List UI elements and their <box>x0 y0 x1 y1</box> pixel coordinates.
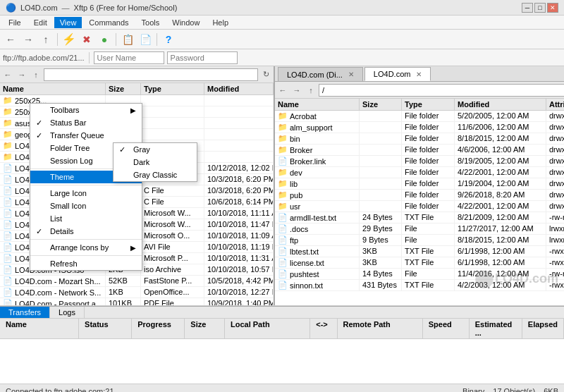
transfers-tab[interactable]: Transfers <box>0 307 50 318</box>
right-col-name[interactable]: Name <box>275 99 360 110</box>
menu-arrange-icons[interactable]: Arrange Icons by ▶ <box>30 241 142 254</box>
left-file-type-cell <box>141 129 204 140</box>
right-file-row[interactable]: 📄 Broker.link File folder 8/19/2005, 12:… <box>275 156 564 167</box>
right-file-header: Name Size Type Modified Attribute <box>275 99 564 111</box>
right-file-size-cell: 431 Bytes <box>360 280 402 290</box>
right-col-type[interactable]: Type <box>402 99 455 110</box>
toolbar-queue-btn[interactable]: 📋 <box>120 32 135 47</box>
file-icon: 📄 <box>278 224 288 233</box>
tab-lo4d-com[interactable]: LO4D.com ✕ <box>364 67 431 81</box>
right-file-name-cell: 📁 dev <box>275 167 360 178</box>
left-file-type-cell: Microsoft P... <box>141 253 204 264</box>
theme-gray[interactable]: ✓ Gray <box>114 143 197 156</box>
right-back-btn[interactable]: ← <box>276 84 289 97</box>
left-col-type[interactable]: Type <box>141 83 204 94</box>
right-file-row[interactable]: 📁 lib File folder 1/19/2004, 12:00 AM dr… <box>275 178 564 190</box>
tab-lo4d-di-close[interactable]: ✕ <box>348 71 354 78</box>
right-file-row[interactable]: 📁 Acrobat File folder 5/20/2005, 12:00 A… <box>275 111 564 122</box>
right-file-name-cell: 📁 Acrobat <box>275 111 360 121</box>
theme-dark[interactable]: Dark <box>114 156 197 169</box>
right-col-modified[interactable]: Modified <box>455 99 546 110</box>
left-col-size[interactable]: Size <box>106 83 141 94</box>
host-label: ftp://ftp.adobe.com/21... <box>3 54 85 62</box>
right-path-input[interactable] <box>319 84 564 97</box>
menu-transfer-queue[interactable]: ✓ Transfer Queue <box>30 129 142 142</box>
toolbar-sep1 <box>57 33 58 46</box>
menu-toolbars[interactable]: ▶ Toolbars <box>30 104 142 116</box>
menu-details[interactable]: ✓ Details <box>30 225 142 238</box>
menu-tools[interactable]: Tools <box>136 17 166 28</box>
toolbar-green-btn[interactable]: ● <box>97 32 112 47</box>
right-file-row[interactable]: 📁 Broker File folder 4/6/2006, 12:00 AM … <box>275 145 564 156</box>
left-file-type-cell: PDF File <box>141 298 204 305</box>
menu-window[interactable]: Window <box>166 17 205 28</box>
left-col-name[interactable]: Name <box>0 83 106 94</box>
left-forward-btn[interactable]: → <box>16 68 28 81</box>
window-controls[interactable]: ─ □ ✕ <box>522 3 558 13</box>
tab-lo4d-com-close[interactable]: ✕ <box>416 71 422 78</box>
minimize-button[interactable]: ─ <box>522 3 533 13</box>
left-file-type-cell: AVI File <box>141 242 204 252</box>
right-file-row[interactable]: 📁 bin File folder 8/18/2015, 12:00 AM dr… <box>275 133 564 145</box>
right-file-row[interactable]: 📁 dev File folder 4/22/2001, 12:00 AM dr… <box>275 167 564 178</box>
right-file-name-cell: 📄 pushtest <box>275 269 360 279</box>
toolbar-log-btn[interactable]: 📄 <box>137 32 153 47</box>
menu-commands[interactable]: Commands <box>83 17 134 28</box>
left-file-row[interactable]: 📄 LO4D.com - Network S... 1KB OpenOffice… <box>0 287 274 298</box>
folder-icon: 📁 <box>3 118 13 128</box>
folder-icon: 📁 <box>3 130 13 139</box>
right-col-size[interactable]: Size <box>360 99 402 110</box>
left-path-input[interactable] <box>44 68 258 81</box>
right-forward-btn[interactable]: → <box>290 84 303 97</box>
toolbar-forward-btn[interactable]: → <box>20 32 36 47</box>
maximize-button[interactable]: □ <box>534 3 546 13</box>
file-icon: 📄 <box>3 288 13 297</box>
left-col-modified[interactable]: Modified <box>204 83 274 94</box>
menu-status-bar[interactable]: ✓ Status Bar <box>30 116 142 129</box>
right-file-row[interactable]: 📁 alm_support File folder 11/6/2006, 12:… <box>275 122 564 133</box>
toolbar-up-btn[interactable]: ↑ <box>38 32 54 47</box>
folder-icon: 📁 <box>278 190 288 200</box>
tab-lo4d-di[interactable]: LO4D.com (Di... ✕ <box>278 67 363 81</box>
right-col-attr[interactable]: Attribute <box>546 99 564 110</box>
menu-view[interactable]: View <box>54 17 82 28</box>
menu-edit[interactable]: Edit <box>28 17 53 28</box>
menu-refresh[interactable]: Refresh <box>30 257 142 270</box>
close-button[interactable]: ✕ <box>547 3 558 13</box>
right-file-row[interactable]: 📁 pub File folder 9/26/2018, 8:20 AM drw… <box>275 190 564 201</box>
left-file-modified-cell <box>204 95 274 106</box>
transfer-queue-check-icon: ✓ <box>36 131 42 140</box>
menu-divider3 <box>30 239 142 240</box>
folder-icon: 📁 <box>278 111 288 121</box>
toolbar-connect-btn[interactable]: ⚡ <box>61 32 77 47</box>
toolbar-back-btn[interactable]: ← <box>3 32 18 47</box>
toolbar-disconnect-btn[interactable]: ✖ <box>79 32 94 47</box>
left-file-row[interactable]: 📄 LO4D.com - Passport a... 101KB PDF Fil… <box>0 298 274 305</box>
left-file-row[interactable]: 📄 LO4D.com - Mozart Sh... 52KB FastStone… <box>0 276 274 287</box>
left-back-btn[interactable]: ← <box>1 68 14 81</box>
menu-list[interactable]: List <box>30 212 142 225</box>
user-input[interactable] <box>94 51 164 64</box>
right-file-row[interactable]: 📄 ftp 9 Bytes File 8/18/2015, 12:00 AM l… <box>275 235 564 246</box>
menu-help[interactable]: Help <box>207 17 234 28</box>
menu-file[interactable]: File <box>3 17 27 28</box>
left-refresh-btn[interactable]: ↻ <box>259 68 272 81</box>
right-file-row[interactable]: 📁 usr File folder 4/22/2001, 12:00 AM dr… <box>275 201 564 212</box>
theme-gray-classic[interactable]: Gray Classic <box>114 169 197 181</box>
right-file-attr-cell: lrwxrwxrwx <box>546 223 564 234</box>
toolbar-help-btn[interactable]: ? <box>161 32 176 47</box>
right-file-row[interactable]: 📄 lbtest.txt 3KB TXT File 6/1/1998, 12:0… <box>275 246 564 257</box>
right-file-modified-cell: 11/6/2006, 12:00 AM <box>455 122 546 133</box>
right-file-row[interactable]: 📄 license.txt 3KB TXT File 6/1/1998, 12:… <box>275 257 564 269</box>
left-up-btn[interactable]: ↑ <box>30 68 42 81</box>
file-icon: 📄 <box>278 269 288 278</box>
pass-input[interactable] <box>167 51 238 64</box>
right-file-row[interactable]: 📄 .docs 29 Bytes File 11/27/2017, 12:00 … <box>275 223 564 235</box>
menu-large-icon[interactable]: Large Icon <box>30 187 142 200</box>
right-up-btn[interactable]: ↑ <box>305 84 317 97</box>
menu-small-icon[interactable]: Small Icon <box>30 200 142 212</box>
left-file-modified-cell <box>204 140 274 151</box>
view-menu-dropdown: ▶ Toolbars ✓ Status Bar ✓ Transfer Queue… <box>30 103 142 271</box>
right-file-row[interactable]: 📄 armdll-test.txt 24 Bytes TXT File 8/21… <box>275 212 564 223</box>
logs-tab[interactable]: Logs <box>50 307 85 318</box>
